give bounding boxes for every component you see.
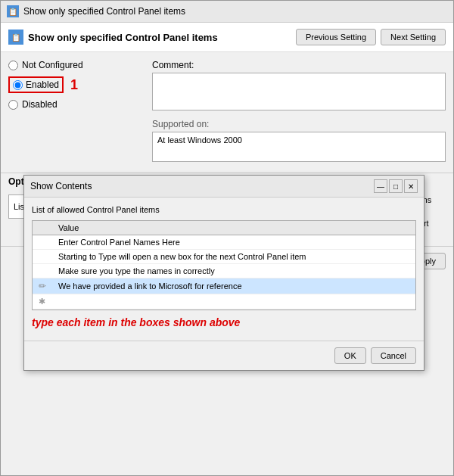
modal-body: List of allowed Control Panel items Valu… (24, 198, 424, 341)
row-value[interactable]: Starting to Type will open a new box for… (52, 250, 415, 264)
modal-close-button[interactable]: ✕ (404, 179, 418, 193)
modal-table-body: Enter Control Panel Names Here Starting … (33, 235, 415, 310)
modal-title-text: Show Contents (30, 181, 92, 191)
modal-subtitle: List of allowed Control Panel items (32, 205, 416, 214)
modal-ok-button[interactable]: OK (334, 347, 366, 364)
table-value-header: Value (52, 221, 415, 235)
supported-value: At least Windows 2000 (152, 132, 446, 162)
disabled-radio[interactable] (8, 100, 18, 110)
enabled-option[interactable]: Enabled 1 (8, 76, 145, 93)
title-bar-text: Show only specified Control Panel items (23, 6, 185, 17)
new-row-star: ✱ (33, 294, 52, 310)
edit-icon: ✏ (33, 278, 52, 294)
next-setting-button[interactable]: Next Setting (381, 29, 446, 45)
header-buttons: Previous Setting Next Setting (296, 29, 446, 45)
left-panel: Not Configured Enabled 1 Disabled (8, 60, 145, 165)
maximize-button[interactable]: □ (389, 179, 403, 193)
table-row-active[interactable]: ✏ We have provided a link to Microsoft f… (33, 278, 415, 294)
radio-group: Not Configured Enabled 1 Disabled (8, 60, 145, 110)
modal-title-controls: — □ ✕ (374, 179, 418, 193)
modal-table: Value Enter Control Panel Names Here Sta… (33, 221, 415, 310)
row-value[interactable]: Enter Control Panel Names Here (52, 235, 415, 250)
show-contents-dialog: Show Contents — □ ✕ List of allowed Cont… (23, 175, 424, 371)
table-row[interactable]: Make sure you type the names in correctl… (33, 264, 415, 278)
row-icon (33, 235, 52, 250)
enabled-box: Enabled (8, 76, 64, 93)
modal-title-bar: Show Contents — □ ✕ (24, 176, 424, 198)
main-dialog: 📋 Show only specified Control Panel item… (0, 0, 454, 476)
not-configured-label: Not Configured (22, 60, 83, 70)
not-configured-option[interactable]: Not Configured (8, 60, 145, 70)
row-value-edit[interactable]: We have provided a link to Microsoft for… (52, 278, 415, 294)
comment-label: Comment: (152, 60, 446, 70)
supported-section: Supported on: At least Windows 2000 (152, 119, 446, 162)
new-row-value[interactable] (52, 294, 415, 310)
dialog-header-title: Show only specified Control Panel items (28, 32, 218, 43)
table-row[interactable]: Starting to Type will open a new box for… (33, 250, 415, 264)
disabled-option[interactable]: Disabled (8, 99, 145, 110)
enabled-radio[interactable] (13, 80, 23, 90)
comment-textarea[interactable] (152, 73, 446, 110)
modal-cancel-button[interactable]: Cancel (371, 347, 416, 364)
comment-section: Comment: (152, 60, 446, 113)
table-icon-header (33, 221, 52, 235)
disabled-label: Disabled (22, 99, 58, 110)
dialog-header-left: 📋 Show only specified Control Panel item… (8, 30, 218, 45)
enabled-number: 1 (70, 77, 78, 93)
row-value[interactable]: Make sure you type the names in correctl… (52, 264, 415, 278)
supported-label: Supported on: (152, 119, 446, 129)
instruction-text: type each item in the boxes shown above (32, 316, 416, 328)
row-icon (33, 250, 52, 264)
modal-footer: OK Cancel (24, 341, 424, 370)
title-bar-icon: 📋 (7, 5, 19, 17)
main-content-area: Not Configured Enabled 1 Disabled (1, 52, 453, 173)
right-panel: Comment: Supported on: At least Windows … (152, 60, 446, 165)
minimize-button[interactable]: — (374, 179, 387, 193)
not-configured-radio[interactable] (8, 61, 18, 70)
table-row[interactable]: Enter Control Panel Names Here (33, 235, 415, 250)
table-row-new[interactable]: ✱ (33, 294, 415, 310)
previous-setting-button[interactable]: Previous Setting (296, 29, 376, 45)
title-bar: 📋 Show only specified Control Panel item… (1, 1, 453, 23)
dialog-header: 📋 Show only specified Control Panel item… (1, 23, 453, 52)
header-icon: 📋 (8, 30, 23, 45)
enabled-label: Enabled (26, 79, 59, 90)
modal-table-wrapper: Value Enter Control Panel Names Here Sta… (32, 220, 416, 310)
row-icon (33, 264, 52, 278)
